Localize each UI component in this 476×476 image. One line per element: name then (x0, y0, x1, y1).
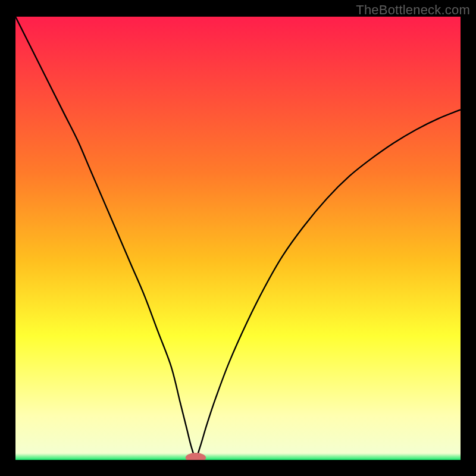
watermark-text: TheBottleneck.com (356, 2, 470, 18)
gradient-background (15, 17, 461, 460)
bottleneck-chart (15, 17, 461, 460)
outer-frame: TheBottleneck.com (0, 0, 476, 476)
plot-area (15, 17, 461, 460)
